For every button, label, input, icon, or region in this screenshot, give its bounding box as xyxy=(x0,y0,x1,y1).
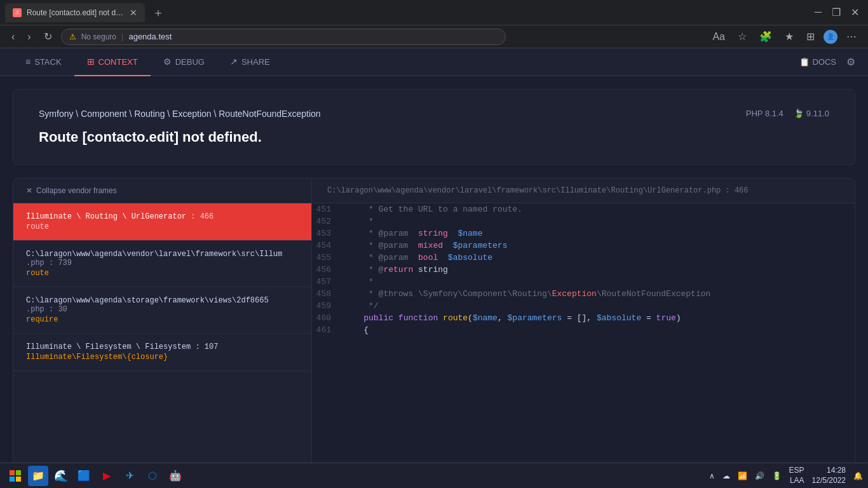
svg-rect-2 xyxy=(10,477,15,482)
line-content-459: */ xyxy=(344,301,855,311)
line-content-453: * @param string $name xyxy=(344,229,855,238)
share-nav-item[interactable]: ↗ SHARE xyxy=(217,48,283,76)
extensions-icon[interactable]: 🧩 xyxy=(756,29,776,44)
favorites-icon[interactable]: ★ xyxy=(781,29,797,44)
taskbar-explorer[interactable]: 📁 xyxy=(28,466,48,486)
address-bar-row: ‹ › ↻ ⚠ No seguro | agenda.test Aa ☆ 🧩 ★… xyxy=(0,25,868,48)
stack-frame-1[interactable]: C:\laragon\www\agenda\vendor\laravel\fra… xyxy=(13,241,311,287)
ignition-nav: ≡ STACK ⊞ CONTEXT ⚙ DEBUG ↗ SHARE 📋 DOCS… xyxy=(0,48,868,76)
tab-title: Route [contacto.edit] not define xyxy=(27,8,125,17)
collapse-icon: ✕ xyxy=(26,186,32,195)
minimize-button[interactable]: ─ xyxy=(811,6,825,18)
line-num-451: 451 xyxy=(312,205,344,214)
security-icon: ⚠ xyxy=(69,32,76,41)
explorer-icon: 📁 xyxy=(32,470,44,482)
profile-avatar[interactable]: 👤 xyxy=(824,30,837,44)
stack-panel: ✕ Collapse vendor frames Illuminate \ Ro… xyxy=(13,179,312,488)
share-icon: ↗ xyxy=(230,57,238,67)
stack-frame-3[interactable]: Illuminate \ Filesystem \ Filesystem : 1… xyxy=(13,334,311,371)
line-num-455: 455 xyxy=(312,253,344,262)
maximize-button[interactable]: ❐ xyxy=(828,6,844,18)
code-panel: C:\laragon\www\agenda\vendor\laravel\fra… xyxy=(312,179,855,488)
menu-icon[interactable]: ⋯ xyxy=(843,29,860,44)
close-button[interactable]: ✕ xyxy=(847,6,863,18)
frame-line-1: .php : 739 xyxy=(26,259,72,268)
taskbar-app3[interactable]: 🟦 xyxy=(74,466,94,486)
line-num-453: 453 xyxy=(312,229,344,238)
svg-rect-1 xyxy=(16,470,21,475)
cloud-icon: ☁ xyxy=(722,471,730,480)
code-file-path: C:\laragon\www\agenda\vendor\laravel\fra… xyxy=(312,179,855,203)
system-tray-up[interactable]: ∧ xyxy=(709,471,715,480)
frame-method-3: Illuminate\Filesystem\{closure} xyxy=(26,353,299,362)
laravel-icon: 🍃 xyxy=(794,109,804,118)
battery-icon: 🔋 xyxy=(772,471,782,480)
docs-icon: 📋 xyxy=(799,57,810,67)
security-label: No seguro xyxy=(81,32,116,41)
error-left: Symfony \ Component \ Routing \ Exceptio… xyxy=(39,109,746,146)
back-button[interactable]: ‹ xyxy=(8,29,18,45)
reload-button[interactable]: ↻ xyxy=(40,28,56,45)
stack-label: STACK xyxy=(34,57,61,67)
android-icon: 🤖 xyxy=(169,470,182,482)
frame-method-1: route xyxy=(26,269,299,278)
exception-class: Symfony \ Component \ Routing \ Exceptio… xyxy=(39,109,746,119)
line-content-461: { xyxy=(344,325,855,335)
stack-icon: ≡ xyxy=(25,57,31,67)
code-lines: 451 * Get the URL to a named route. 452 … xyxy=(312,203,855,336)
app4-icon: ▶ xyxy=(103,470,111,482)
reader-mode-icon[interactable]: Aa xyxy=(709,30,729,44)
bookmark-icon[interactable]: ☆ xyxy=(734,29,750,44)
close-tab-button[interactable]: ✕ xyxy=(130,8,137,18)
frame-line-2: .php : 30 xyxy=(26,305,67,314)
browser-tab[interactable]: ⚠ Route [contacto.edit] not define ✕ xyxy=(5,3,145,22)
nav-right: 📋 DOCS ⚙ xyxy=(799,56,855,68)
debug-nav-item[interactable]: ⚙ DEBUG xyxy=(151,48,217,76)
context-nav-item[interactable]: ⊞ CONTEXT xyxy=(74,48,151,76)
taskbar-sublang: LAA xyxy=(789,476,804,486)
code-line-456: 456 * @return string xyxy=(312,264,855,276)
code-line-461: 461 { xyxy=(312,324,855,336)
debug-label: DEBUG xyxy=(175,57,205,67)
url-display: agenda.test xyxy=(128,32,172,41)
taskbar-app4[interactable]: ▶ xyxy=(97,466,117,486)
forward-button[interactable]: › xyxy=(24,29,34,45)
line-content-452: * xyxy=(344,217,855,226)
main-content: ✕ Collapse vendor frames Illuminate \ Ro… xyxy=(13,178,855,488)
stack-frame-2[interactable]: C:\laragon\www\agenda\storage\framework\… xyxy=(13,287,311,334)
stack-frame-0[interactable]: Illuminate \ Routing \ UrlGenerator : 46… xyxy=(13,203,311,241)
share-label: SHARE xyxy=(241,57,270,67)
error-section: Symfony \ Component \ Routing \ Exceptio… xyxy=(39,109,829,146)
new-tab-button[interactable]: ＋ xyxy=(153,5,164,20)
version-info: PHP 8.1.4 🍃 9.11.0 xyxy=(746,109,829,118)
taskbar: 📁 🌊 🟦 ▶ ✈ ⬡ 🤖 ∧ ☁ 📶 🔊 🔋 ESP LAA 14:28 12… xyxy=(0,463,868,488)
taskbar-vscode[interactable]: ⬡ xyxy=(142,466,163,486)
collapse-vendor-button[interactable]: ✕ Collapse vendor frames xyxy=(13,179,311,203)
line-content-457: * xyxy=(344,277,855,287)
edge-icon: 🌊 xyxy=(54,469,68,483)
window-controls: ─ ❐ ✕ xyxy=(811,6,863,18)
taskbar-edge[interactable]: 🌊 xyxy=(51,466,71,486)
taskbar-android[interactable]: 🤖 xyxy=(165,466,186,486)
settings-icon[interactable]: ⚙ xyxy=(846,56,855,68)
collections-icon[interactable]: ⊞ xyxy=(803,29,818,44)
exception-class-text: Symfony \ Component \ Routing \ Exceptio… xyxy=(39,109,321,119)
tab-favicon: ⚠ xyxy=(13,8,22,17)
frame-class-1: C:\laragon\www\agenda\vendor\laravel\fra… xyxy=(26,250,299,268)
error-header: Symfony \ Component \ Routing \ Exceptio… xyxy=(13,89,855,165)
frame-line-0: : 466 xyxy=(191,212,214,221)
code-line-452: 452 * xyxy=(312,215,855,227)
taskbar-telegram[interactable]: ✈ xyxy=(119,466,140,486)
stack-nav-item[interactable]: ≡ STACK xyxy=(13,48,74,76)
line-num-452: 452 xyxy=(312,217,344,226)
line-content-460: public function route($name, $parameters… xyxy=(344,313,855,323)
start-button[interactable] xyxy=(5,466,25,486)
frame-method-2: require xyxy=(26,315,299,324)
notifications-icon[interactable]: 🔔 xyxy=(853,471,863,480)
laravel-version-badge: 🍃 9.11.0 xyxy=(794,109,829,118)
code-line-455: 455 * @param bool $absolute xyxy=(312,252,855,264)
docs-link[interactable]: 📋 DOCS xyxy=(799,57,836,67)
line-num-454: 454 xyxy=(312,241,344,250)
wifi-icon: 📶 xyxy=(738,471,747,480)
address-bar[interactable]: ⚠ No seguro | agenda.test xyxy=(61,29,506,45)
